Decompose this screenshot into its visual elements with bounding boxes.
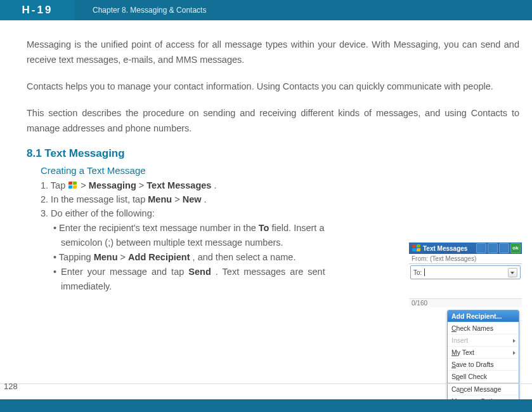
ok-button[interactable]: ok bbox=[510, 243, 521, 253]
signal-icon bbox=[476, 243, 486, 253]
step-2: 2. In the message list, tap Menu > New . bbox=[41, 192, 396, 206]
close-icon[interactable] bbox=[499, 243, 509, 253]
message-body-field[interactable] bbox=[409, 279, 522, 298]
device-titlebar: Text Messages ok bbox=[409, 243, 522, 254]
intro-paragraph-2: Contacts helps you to manage your contac… bbox=[27, 79, 519, 94]
step-3: 3. Do either of the following: bbox=[41, 206, 396, 220]
chapter-title: Chapter 8. Messaging & Contacts bbox=[93, 6, 206, 15]
menu-check-names[interactable]: Check Names bbox=[448, 322, 519, 335]
to-field[interactable]: To: bbox=[410, 265, 521, 279]
menu-insert[interactable]: Insert bbox=[448, 335, 519, 347]
from-label: From: bbox=[412, 255, 428, 262]
bullet-3: • Enter your message and tap Send . Text… bbox=[41, 265, 396, 279]
step-1: 1. Tap > Messaging > Text Messages . bbox=[41, 178, 396, 192]
to-label: To: bbox=[413, 269, 422, 276]
bottom-bar bbox=[0, 399, 532, 412]
steps-list: 1. Tap > Messaging > Text Messages . 2. … bbox=[41, 178, 396, 293]
device-logo: H-19 bbox=[22, 4, 53, 17]
bullet-3-cont: immediately. bbox=[41, 279, 396, 293]
volume-icon[interactable] bbox=[488, 243, 498, 253]
intro-paragraph-1: Messaging is the unified point of access… bbox=[27, 37, 519, 67]
windows-start-icon bbox=[68, 181, 78, 190]
start-icon[interactable] bbox=[412, 244, 420, 253]
section-heading: 8.1 Text Messaging bbox=[27, 147, 519, 160]
menu-my-text[interactable]: My Text bbox=[448, 347, 519, 359]
top-bar: H-19 Chapter 8. Messaging & Contacts bbox=[0, 0, 532, 20]
to-dropdown-icon[interactable] bbox=[508, 268, 517, 277]
page-number: 128 bbox=[4, 382, 18, 391]
footer-rule bbox=[0, 383, 532, 384]
bullet-1: • Enter the recipient's text message num… bbox=[41, 221, 396, 235]
text-caret bbox=[424, 269, 425, 276]
context-menu: Add Recipient... Check Names Insert My T… bbox=[447, 310, 519, 408]
char-counter: 0/160 bbox=[409, 298, 522, 307]
menu-save-to-drafts[interactable]: Save to Drafts bbox=[448, 359, 519, 371]
device-screenshot: Text Messages ok From: (Text Messages) T… bbox=[409, 243, 522, 412]
from-value: (Text Messages) bbox=[430, 255, 476, 262]
subsection-heading: Creating a Text Message bbox=[41, 165, 519, 176]
logo-box: H-19 bbox=[0, 0, 75, 20]
bullet-2: • Tapping Menu > Add Recipient , and the… bbox=[41, 250, 396, 264]
bullet-1-cont: semicolon (;) between multiple text mess… bbox=[41, 236, 396, 249]
menu-cancel-message[interactable]: Cancel Message bbox=[448, 383, 519, 395]
menu-add-recipient[interactable]: Add Recipient... bbox=[448, 310, 519, 322]
intro-paragraph-3: This section describes the procedure on … bbox=[27, 105, 519, 136]
from-row: From: (Text Messages) bbox=[409, 254, 522, 264]
device-title: Text Messages bbox=[423, 245, 467, 252]
menu-spell-check[interactable]: Spell Check bbox=[448, 371, 519, 383]
